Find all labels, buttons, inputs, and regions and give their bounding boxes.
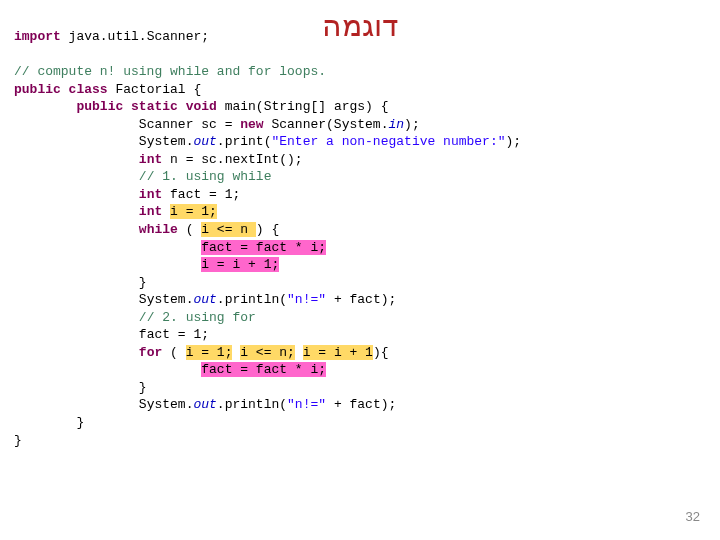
code-text: Factorial { — [108, 82, 202, 97]
kw-for: for — [139, 345, 162, 360]
code-text: + fact); — [326, 292, 396, 307]
code-text: main(String[] args) { — [217, 99, 389, 114]
code-text: .println( — [217, 397, 287, 412]
code-text: ( — [178, 222, 201, 237]
kw-int: int — [139, 152, 162, 167]
kw-while: while — [139, 222, 178, 237]
string: "Enter a non-negative number:" — [271, 134, 505, 149]
field-in: in — [388, 117, 404, 132]
code-text: fact = 1; — [139, 327, 209, 342]
string: "n!=" — [287, 292, 326, 307]
comment: // compute n! using while and for loops. — [14, 64, 326, 79]
code-text: fact = 1; — [162, 187, 240, 202]
hl-body: fact = fact * i; — [201, 240, 326, 255]
kw-import: import — [14, 29, 61, 44]
kw-int: int — [139, 187, 162, 202]
page-number: 32 — [686, 508, 700, 526]
code-text: ) { — [256, 222, 279, 237]
code-text: System. — [139, 397, 194, 412]
string: "n!=" — [287, 397, 326, 412]
comment: // 1. using while — [139, 169, 272, 184]
code-text: ); — [404, 117, 420, 132]
code-text: Scanner(System. — [264, 117, 389, 132]
comment: // 2. using for — [139, 310, 256, 325]
code-text: } — [76, 415, 84, 430]
code-text: .print( — [217, 134, 272, 149]
code-text: } — [139, 380, 147, 395]
hl-init: i = 1; — [170, 204, 217, 219]
hl-body: fact = fact * i; — [201, 362, 326, 377]
hl-cond: i <= n — [201, 222, 256, 237]
kw-psvm: public static void — [76, 99, 216, 114]
code-text: n = sc.nextInt(); — [162, 152, 302, 167]
code-text: Scanner sc = — [139, 117, 240, 132]
code-text: System. — [139, 134, 194, 149]
code-text: ); — [506, 134, 522, 149]
kw-int: int — [139, 204, 162, 219]
hl-step: i = i + 1 — [303, 345, 373, 360]
field-out: out — [193, 292, 216, 307]
kw-public-class: public class — [14, 82, 108, 97]
hl-cond: i <= n; — [240, 345, 295, 360]
code-text: } — [139, 275, 147, 290]
code-text: + fact); — [326, 397, 396, 412]
hl-step: i = i + 1; — [201, 257, 279, 272]
kw-new: new — [240, 117, 263, 132]
code-text — [295, 345, 303, 360]
code-text — [162, 204, 170, 219]
code-text: ){ — [373, 345, 389, 360]
hl-init: i = 1; — [186, 345, 233, 360]
field-out: out — [193, 397, 216, 412]
field-out: out — [193, 134, 216, 149]
code-text: ( — [162, 345, 185, 360]
code-text: .println( — [217, 292, 287, 307]
code-text: } — [14, 433, 22, 448]
code-block: import java.util.Scanner; // compute n! … — [14, 28, 521, 449]
code-text: java.util.Scanner; — [61, 29, 209, 44]
code-text: System. — [139, 292, 194, 307]
